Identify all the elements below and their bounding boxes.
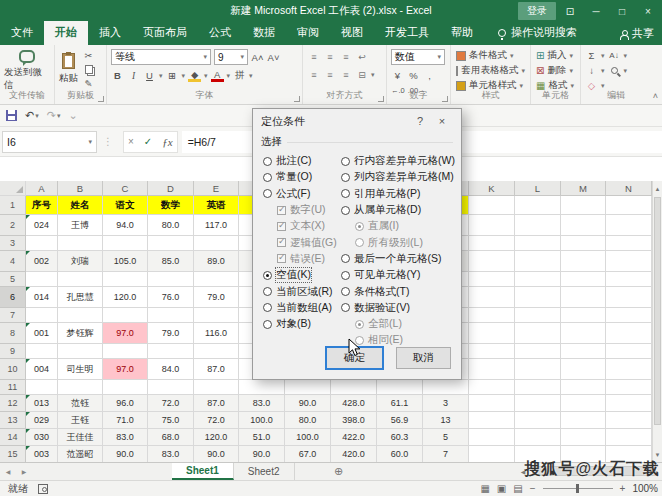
cell-M11[interactable] bbox=[561, 380, 606, 395]
cell-M3[interactable] bbox=[561, 236, 606, 251]
sort-filter-icon[interactable]: A↓ bbox=[608, 49, 621, 62]
cell-L11[interactable] bbox=[515, 380, 561, 395]
zoom-level[interactable]: 100% bbox=[632, 483, 658, 494]
cell-A10[interactable]: 004 bbox=[26, 359, 58, 380]
dialog-title-bar[interactable]: 定位条件 ? × bbox=[253, 109, 461, 133]
cell-A3[interactable] bbox=[26, 236, 58, 251]
radio-last-cell[interactable]: 最后一个单元格(S) bbox=[341, 251, 455, 267]
vertical-scroll-thumb[interactable] bbox=[654, 197, 661, 425]
cell-F11[interactable] bbox=[239, 380, 285, 395]
cell-B3[interactable] bbox=[58, 236, 103, 251]
percent-style-icon[interactable]: % bbox=[407, 69, 420, 82]
cell-M9[interactable] bbox=[561, 344, 606, 359]
italic-icon[interactable]: I bbox=[127, 69, 140, 82]
radio-icon-comments[interactable] bbox=[263, 157, 272, 166]
cell-B11[interactable] bbox=[58, 380, 103, 395]
scroll-up-icon[interactable]: ▲ bbox=[653, 181, 662, 196]
underline-icon[interactable]: U bbox=[143, 69, 156, 82]
cell-H15[interactable]: 420.0 bbox=[331, 446, 377, 462]
cell-K5[interactable] bbox=[469, 272, 515, 287]
option-label-row-differences[interactable]: 行内容差异单元格(W) bbox=[354, 154, 455, 168]
cell-N1[interactable] bbox=[606, 196, 652, 215]
cell-C14[interactable]: 83.0 bbox=[103, 429, 148, 446]
radio-conditional-formats[interactable]: 条件格式(T) bbox=[341, 283, 455, 299]
radio-data-validation[interactable]: 数据验证(V) bbox=[341, 300, 455, 316]
cell-K12[interactable] bbox=[469, 395, 515, 412]
cell-C2[interactable]: 94.0 bbox=[103, 215, 148, 236]
option-label-last-cell[interactable]: 最后一个单元格(S) bbox=[354, 252, 442, 266]
cell-J11[interactable] bbox=[423, 380, 469, 395]
cell-J12[interactable]: 3 bbox=[423, 395, 469, 412]
cell-A6[interactable]: 014 bbox=[26, 287, 58, 308]
cancel-button[interactable]: 取消 bbox=[396, 347, 451, 369]
cell-B15[interactable]: 范遥昭 bbox=[58, 446, 103, 462]
cell-I11[interactable] bbox=[377, 380, 423, 395]
tab-review[interactable]: 审阅 bbox=[286, 21, 330, 45]
cell-H11[interactable] bbox=[331, 380, 377, 395]
cell-H13[interactable]: 398.0 bbox=[331, 412, 377, 429]
row-header-11[interactable]: 11 bbox=[0, 380, 26, 395]
cell-L7[interactable] bbox=[515, 308, 561, 323]
cell-A2[interactable]: 024 bbox=[26, 215, 58, 236]
option-label-data-validation[interactable]: 数据验证(V) bbox=[354, 301, 410, 315]
cell-E10[interactable]: 87.0 bbox=[194, 359, 239, 380]
cell-B8[interactable]: 梦钰辉 bbox=[58, 323, 103, 344]
align-left-icon[interactable]: ≡ bbox=[307, 68, 320, 81]
cell-N6[interactable] bbox=[606, 287, 652, 308]
cell-C15[interactable]: 90.0 bbox=[103, 446, 148, 462]
close-icon[interactable]: × bbox=[636, 2, 660, 20]
cell-L14[interactable] bbox=[515, 429, 561, 446]
cell-D2[interactable]: 80.0 bbox=[148, 215, 194, 236]
tab-data[interactable]: 数据 bbox=[242, 21, 286, 45]
cell-D9[interactable] bbox=[148, 344, 194, 359]
cell-K2[interactable] bbox=[469, 215, 515, 236]
radio-comments[interactable]: 批注(C) bbox=[263, 153, 341, 169]
column-header-K[interactable]: K bbox=[469, 181, 515, 196]
radio-icon-precedents[interactable] bbox=[341, 189, 350, 198]
cell-E3[interactable] bbox=[194, 236, 239, 251]
cell-F12[interactable]: 83.0 bbox=[239, 395, 285, 412]
cell-B2[interactable]: 王博 bbox=[58, 215, 103, 236]
radio-visible-cells-only[interactable]: 可见单元格(Y) bbox=[341, 267, 455, 283]
cell-A15[interactable]: 003 bbox=[26, 446, 58, 462]
redo-button[interactable]: ↷ ▾ bbox=[47, 109, 61, 122]
new-sheet-icon[interactable]: ⊕ bbox=[327, 463, 351, 480]
fill-icon[interactable]: ↓ bbox=[585, 64, 598, 77]
cell-L1[interactable] bbox=[515, 196, 561, 215]
dialog-launcher-icon[interactable] bbox=[98, 96, 104, 102]
cell-D3[interactable] bbox=[148, 236, 194, 251]
cell-C10[interactable]: 97.0 bbox=[103, 359, 148, 380]
tab-page-layout[interactable]: 页面布局 bbox=[132, 21, 198, 45]
cell-B10[interactable]: 司生明 bbox=[58, 359, 103, 380]
fill-color-icon[interactable]: ◆ bbox=[188, 69, 201, 82]
cell-N7[interactable] bbox=[606, 308, 652, 323]
option-label-precedents[interactable]: 引用单元格(P) bbox=[354, 187, 421, 201]
underline-dropdown-icon[interactable]: ▾ bbox=[159, 72, 163, 80]
cell-M7[interactable] bbox=[561, 308, 606, 323]
radio-icon-objects[interactable] bbox=[263, 320, 272, 329]
borders-icon[interactable]: ⊞ bbox=[166, 69, 179, 82]
cell-L8[interactable] bbox=[515, 323, 561, 344]
cell-E8[interactable]: 116.0 bbox=[194, 323, 239, 344]
cell-A11[interactable] bbox=[26, 380, 58, 395]
cell-M12[interactable] bbox=[561, 395, 606, 412]
radio-icon-row-differences[interactable] bbox=[341, 157, 350, 166]
fill-color-dropdown-icon[interactable]: ▾ bbox=[204, 72, 208, 80]
row-header-1[interactable]: 1 bbox=[0, 196, 26, 215]
customize-qat-button[interactable]: ⌄ bbox=[68, 109, 77, 122]
dialog-launcher-icon[interactable] bbox=[294, 96, 300, 102]
zoom-slider[interactable] bbox=[543, 488, 613, 489]
cell-C8[interactable]: 97.0 bbox=[103, 323, 148, 344]
cell-A7[interactable] bbox=[26, 308, 58, 323]
radio-objects[interactable]: 对象(B) bbox=[263, 316, 341, 332]
phonetic-icon[interactable]: 拼 bbox=[233, 69, 246, 82]
cell-N12[interactable] bbox=[606, 395, 652, 412]
column-header-D[interactable]: D bbox=[148, 181, 194, 196]
cell-N10[interactable] bbox=[606, 359, 652, 380]
phonetic-dropdown-icon[interactable]: ▾ bbox=[249, 72, 253, 80]
copy-icon[interactable] bbox=[82, 63, 95, 76]
cell-F15[interactable]: 90.0 bbox=[239, 446, 285, 462]
radio-blanks[interactable]: 空值(K) bbox=[263, 267, 341, 283]
cell-A4[interactable]: 002 bbox=[26, 251, 58, 272]
cell-F14[interactable]: 51.0 bbox=[239, 429, 285, 446]
